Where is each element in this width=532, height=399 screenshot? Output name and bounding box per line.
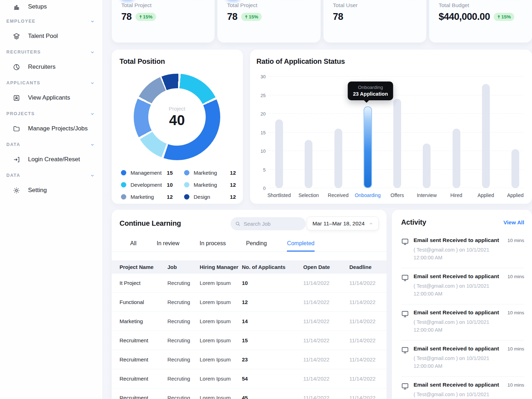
main-content: All Total Project 78 15% In process Tota… xyxy=(103,0,532,399)
sidebar-item-label: Recruiters xyxy=(28,63,55,71)
donut-chart[interactable]: Project 40 xyxy=(134,74,220,160)
donut-center-value: 40 xyxy=(169,112,185,128)
search-input[interactable] xyxy=(244,221,301,227)
monitor-icon xyxy=(401,310,409,318)
table-row[interactable]: RecruitmentRecrutingLorem Ipsum 4511/14/… xyxy=(112,388,387,399)
up-arrow-icon xyxy=(497,15,500,19)
table-row[interactable]: RecruitmentRecrutingLorem Ipsum 1511/14/… xyxy=(112,331,387,350)
sidebar-item-view-applicants[interactable]: View Applicants xyxy=(0,90,102,105)
sidebar-item-manage-projects-jobs[interactable]: Manage Projects/Jobs xyxy=(0,121,102,136)
legend-item: Marketing 12 xyxy=(121,191,175,203)
activity-item[interactable]: Email sent Received to applicant 10 mins… xyxy=(401,341,524,377)
view-all-link[interactable]: View All xyxy=(503,219,524,226)
bar[interactable] xyxy=(275,119,283,188)
bar[interactable] xyxy=(305,140,312,189)
tab-all[interactable]: All xyxy=(130,240,137,252)
legend-name: Management xyxy=(131,170,162,176)
bar-category-label: Applied xyxy=(477,192,494,198)
bar-column[interactable]: Onboarding Onboarding23 Application xyxy=(364,77,372,188)
stat-value: 78 xyxy=(227,11,237,22)
bar-column[interactable]: Selection xyxy=(304,77,313,188)
sidebar-section-header[interactable]: DATA xyxy=(0,137,102,152)
tab-in-process[interactable]: In process xyxy=(200,240,226,252)
bar-column[interactable]: Applied xyxy=(511,77,520,188)
sidebar-section-header[interactable]: PROJECTS xyxy=(0,106,102,121)
sidebar-section-label: APPLICANTS xyxy=(6,80,40,85)
y-axis-tick: 5 xyxy=(256,167,266,172)
sidebar-item-talent-pool[interactable]: Talent Pool xyxy=(0,29,102,44)
sidebar-section-header[interactable]: RECRUITERS xyxy=(0,45,102,60)
tab-completed[interactable]: Completed xyxy=(287,240,314,252)
legend-value: 12 xyxy=(167,194,175,200)
stat-value: $440,000.00 xyxy=(439,11,490,22)
table-row[interactable]: FunctionalRecrutingLorem Ipsum 1211/14/2… xyxy=(112,293,387,312)
tab-in-review[interactable]: In review xyxy=(157,240,179,252)
pie-chart-icon xyxy=(13,63,20,71)
bar[interactable] xyxy=(364,106,372,188)
bar[interactable] xyxy=(453,129,460,188)
table-row[interactable]: RecruitmentRecrutingLorem Ipsum 2311/14/… xyxy=(112,350,387,369)
chevron-down-icon[interactable] xyxy=(90,142,95,147)
activity-item-detail: ( Test@gmail.com ) on 10/1/2021 12:00:00… xyxy=(414,318,496,334)
login-icon xyxy=(13,156,20,163)
activity-item[interactable]: Email sent Received to applicant 10 mins… xyxy=(401,304,524,341)
chevron-down-icon[interactable] xyxy=(90,50,95,55)
chevron-down-icon[interactable] xyxy=(90,173,95,178)
legend-color-dot xyxy=(121,170,126,175)
bar-column[interactable]: Offers xyxy=(393,77,401,188)
sidebar-item-setups[interactable]: Setups xyxy=(0,1,102,13)
stat-label: Total Project xyxy=(227,2,257,9)
up-arrow-icon xyxy=(139,15,142,19)
activity-item-time: 10 mins xyxy=(508,273,524,279)
sidebar-section-header[interactable]: APPLICANTS xyxy=(0,75,102,90)
bar-column[interactable]: Hired xyxy=(452,77,461,188)
table-row[interactable]: RecruitmentRecrutingLorem Ipsum 5411/14/… xyxy=(112,369,387,388)
bar[interactable] xyxy=(334,129,342,188)
activity-item[interactable]: Email sent Received to applicant 10 mins… xyxy=(401,232,524,268)
sidebar-section-header[interactable]: EMPLOYEE xyxy=(0,14,102,29)
bar[interactable] xyxy=(511,149,519,188)
chevron-down-icon[interactable] xyxy=(90,81,95,85)
monitor-icon xyxy=(401,382,409,390)
gear-icon xyxy=(13,187,20,194)
legend-color-dot xyxy=(184,170,189,175)
bar-category-label: Offers xyxy=(390,192,404,198)
activity-item[interactable]: Email sent Received to applicant 10 mins… xyxy=(401,377,524,399)
y-axis-tick: 15 xyxy=(256,130,266,135)
activity-item-title: Email sent Received to applicant xyxy=(414,309,499,316)
y-axis-tick: 30 xyxy=(256,74,266,79)
legend-item: Development 10 xyxy=(121,179,175,191)
legend-item: Management 15 xyxy=(121,167,175,179)
bar-column[interactable]: Received xyxy=(334,77,343,188)
bar-chart: 051015202530 Shortlisted Selection Recei… xyxy=(268,77,523,188)
table-row[interactable]: It ProjectRecrutingLorem Ipsum 1011/14/2… xyxy=(112,274,387,293)
bar[interactable] xyxy=(393,99,401,188)
bar[interactable] xyxy=(423,144,431,188)
sidebar-item-recruiters[interactable]: Recruiters xyxy=(0,60,102,74)
sidebar-item-setting[interactable]: Setting xyxy=(0,183,102,198)
search-icon xyxy=(235,221,240,226)
bar-category-label: Hired xyxy=(450,192,462,198)
table-row[interactable]: MarketingRecrutingLorem Ipsum 1411/14/20… xyxy=(112,312,387,331)
bar-column[interactable]: Interview xyxy=(422,77,431,188)
sidebar-section-header[interactable]: DATA xyxy=(0,168,102,183)
stat-label: Total User xyxy=(333,2,358,9)
legend-value: 12 xyxy=(230,182,238,188)
chevron-down-icon[interactable] xyxy=(90,19,95,24)
activity-item[interactable]: Email sent Received to applicant 10 mins… xyxy=(401,268,524,304)
tab-pending[interactable]: Pending xyxy=(246,240,267,252)
bar-tooltip: Onboarding23 Application xyxy=(348,82,393,100)
date-range-picker[interactable]: Mar 11–Mar 18, 2024 xyxy=(307,217,379,230)
activity-item-time: 10 mins xyxy=(508,345,524,352)
chevron-down-icon[interactable] xyxy=(90,112,95,116)
sidebar-item-login-create-reset[interactable]: Login Create/Reset xyxy=(0,152,102,167)
bar-column[interactable]: Shortlisted xyxy=(275,77,283,188)
up-arrow-icon xyxy=(245,15,248,19)
bar[interactable] xyxy=(482,84,490,188)
sidebar-section-label: DATA xyxy=(6,173,20,178)
bar-column[interactable]: Applied xyxy=(482,77,490,188)
search-box[interactable] xyxy=(231,217,306,230)
bar-category-label: Onboarding xyxy=(355,192,381,198)
legend-name: Marketing xyxy=(194,182,217,188)
sidebar-section-label: DATA xyxy=(6,142,20,147)
